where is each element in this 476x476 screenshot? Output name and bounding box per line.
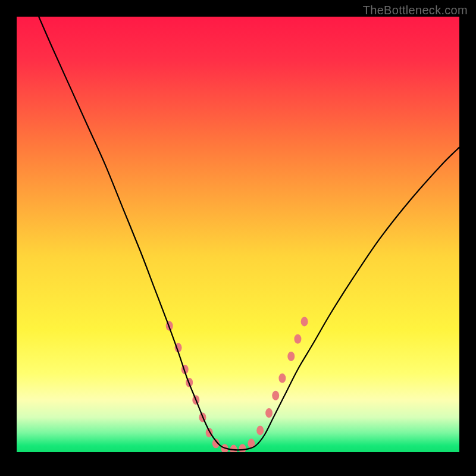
highlight-dot bbox=[256, 425, 264, 435]
chart-frame: TheBottleneck.com bbox=[0, 0, 476, 476]
highlight-dot bbox=[278, 374, 286, 383]
highlight-dot bbox=[272, 391, 279, 400]
highlight-dot bbox=[287, 352, 295, 361]
highlight-dot bbox=[239, 444, 246, 452]
highlight-dot bbox=[265, 408, 273, 418]
bottleneck-curve bbox=[39, 17, 459, 450]
plot-area bbox=[17, 17, 459, 452]
curve-layer bbox=[17, 17, 459, 452]
highlight-dot bbox=[294, 334, 301, 344]
highlight-dot bbox=[230, 445, 237, 452]
highlight-dots bbox=[166, 317, 308, 452]
watermark-text: TheBottleneck.com bbox=[363, 4, 468, 17]
highlight-dot bbox=[301, 317, 308, 326]
